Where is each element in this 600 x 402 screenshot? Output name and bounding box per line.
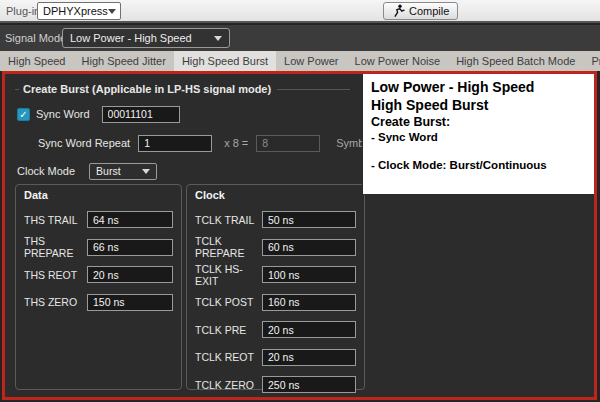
- clock-mode-value: Burst: [96, 165, 121, 177]
- sync-word-label: Sync Word: [36, 108, 90, 120]
- tab-high-speed[interactable]: High Speed: [0, 51, 74, 71]
- tclk-trail-label: TCLK TRAIL: [195, 214, 262, 226]
- signal-mode-value: Low Power - High Speed: [70, 32, 192, 44]
- data-group: Data THS TRAIL THS PREPARE THS REOT THS …: [15, 184, 182, 390]
- tab-high-speed-batch-mode[interactable]: High Speed Batch Mode: [448, 51, 583, 71]
- ths-reot-row: THS REOT: [16, 261, 181, 289]
- sync-word-repeat-label: Sync Word Repeat: [38, 137, 130, 149]
- info-subtitle: Create Burst:: [371, 114, 586, 130]
- tclk-zero-label: TCLK ZERO: [195, 379, 262, 391]
- mode-info-box: Low Power - High Speed High Speed Burst …: [362, 74, 594, 195]
- ths-zero-input[interactable]: [87, 294, 173, 311]
- tclk-prepare-row: TCLK PREPARE: [187, 234, 364, 262]
- plugin-dropdown-value: DPHYXpress: [43, 5, 108, 17]
- info-item-clock-mode: - Clock Mode: Burst/Continuous: [371, 158, 586, 172]
- tclk-pre-input[interactable]: [262, 321, 356, 338]
- ths-trail-input[interactable]: [87, 211, 173, 228]
- signal-mode-dropdown[interactable]: Low Power - High Speed: [62, 28, 230, 48]
- chevron-down-icon: [142, 169, 150, 174]
- ths-prepare-input[interactable]: [87, 239, 173, 256]
- clock-group: Clock TCLK TRAIL TCLK PREPARE TCLK HS-EX…: [186, 184, 365, 390]
- tab-bar: High Speed High Speed Jitter High Speed …: [0, 51, 600, 71]
- clock-mode-dropdown[interactable]: Burst: [89, 163, 157, 180]
- clock-group-title: Clock: [195, 189, 225, 201]
- ths-trail-row: THS TRAIL: [16, 206, 181, 234]
- compile-button[interactable]: Compile: [383, 2, 458, 20]
- create-burst-title: Create Burst (Applicable in LP-HS signal…: [23, 83, 271, 95]
- ths-trail-label: THS TRAIL: [24, 214, 87, 226]
- tclk-reot-label: TCLK REOT: [195, 351, 262, 363]
- plugin-dropdown[interactable]: DPHYXpress: [37, 2, 121, 20]
- tclk-post-label: TCLK POST: [195, 296, 262, 308]
- tclk-hs-exit-row: TCLK HS-EXIT: [187, 261, 364, 289]
- tab-low-power[interactable]: Low Power: [276, 51, 346, 71]
- chevron-down-icon: [214, 36, 222, 41]
- sync-word-input[interactable]: [102, 106, 180, 123]
- tclk-prepare-input[interactable]: [262, 239, 356, 256]
- sync-word-row: ✓ Sync Word: [17, 105, 180, 123]
- app-window: Plug-in: DPHYXpress Compile Signal Mode:…: [0, 0, 600, 402]
- tab-high-speed-burst[interactable]: High Speed Burst: [174, 51, 276, 71]
- chevron-down-icon: [108, 9, 116, 14]
- sync-word-checkbox[interactable]: ✓: [17, 108, 30, 121]
- tab-low-power-noise[interactable]: Low Power Noise: [347, 51, 449, 71]
- tclk-trail-row: TCLK TRAIL: [187, 206, 364, 234]
- info-title-line1: Low Power - High Speed: [371, 78, 586, 96]
- tclk-zero-row: TCLK ZERO: [187, 371, 364, 399]
- tab-high-speed-jitter[interactable]: High Speed Jitter: [74, 51, 174, 71]
- tclk-post-input[interactable]: [262, 294, 356, 311]
- ths-prepare-label: THS PREPARE: [24, 235, 87, 259]
- top-toolbar: Plug-in: DPHYXpress Compile: [0, 0, 600, 23]
- sync-word-repeat-input[interactable]: [138, 135, 212, 152]
- tclk-hs-exit-label: TCLK HS-EXIT: [195, 263, 262, 287]
- tclk-zero-input[interactable]: [262, 376, 356, 393]
- tclk-prepare-label: TCLK PREPARE: [195, 235, 262, 259]
- check-icon: ✓: [19, 109, 27, 120]
- repeat-result-field: [256, 135, 320, 152]
- tclk-trail-input[interactable]: [262, 211, 356, 228]
- clock-mode-label: Clock Mode: [17, 165, 75, 177]
- burst-settings-panel: Create Burst (Applicable in LP-HS signal…: [2, 71, 597, 400]
- ths-reot-label: THS REOT: [24, 269, 87, 281]
- tclk-pre-row: TCLK PRE: [187, 316, 364, 344]
- tclk-hs-exit-input[interactable]: [262, 266, 356, 283]
- compile-icon: [392, 4, 405, 19]
- create-burst-group-header: Create Burst (Applicable in LP-HS signal…: [15, 83, 350, 95]
- tclk-reot-row: TCLK REOT: [187, 344, 364, 372]
- compile-button-label: Compile: [409, 5, 449, 17]
- info-title-line2: High Speed Burst: [371, 96, 586, 114]
- repeat-multiplier-label: x 8 =: [224, 137, 248, 149]
- ths-zero-label: THS ZERO: [24, 296, 87, 308]
- tclk-reot-input[interactable]: [262, 349, 356, 366]
- signal-mode-label: Signal Mode:: [5, 32, 69, 44]
- tab-preferences[interactable]: Preferences: [583, 51, 600, 71]
- tclk-pre-label: TCLK PRE: [195, 324, 262, 336]
- ths-reot-input[interactable]: [87, 266, 173, 283]
- signal-mode-bar: Signal Mode: Low Power - High Speed: [0, 25, 600, 51]
- ths-prepare-row: THS PREPARE: [16, 234, 181, 262]
- data-group-title: Data: [24, 189, 48, 201]
- sync-word-repeat-row: Sync Word Repeat x 8 = Symbols: [38, 133, 378, 153]
- info-item-sync-word: - Sync Word: [371, 130, 586, 144]
- clock-mode-row: Clock Mode Burst: [17, 162, 157, 180]
- ths-zero-row: THS ZERO: [16, 289, 181, 317]
- tclk-post-row: TCLK POST: [187, 289, 364, 317]
